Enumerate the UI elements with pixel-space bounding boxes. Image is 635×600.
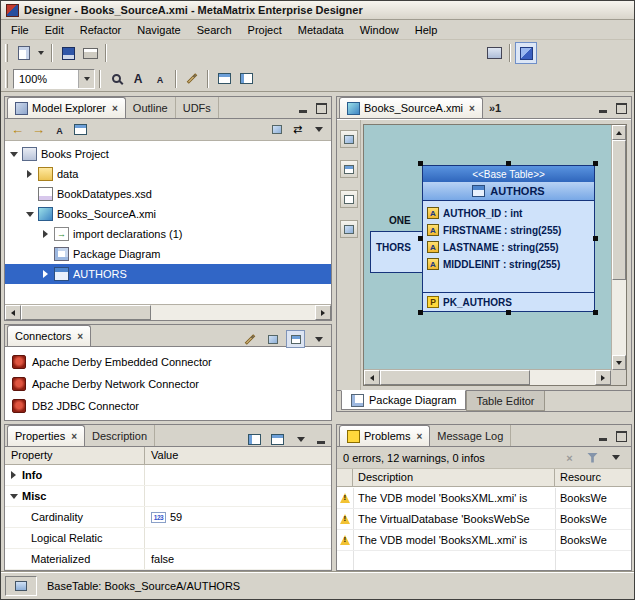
column-header-description[interactable]: Description [353,469,555,486]
new-wizard-dropdown[interactable] [35,42,47,64]
vertical-scrollbar[interactable] [611,125,626,370]
diagram-canvas[interactable]: ONE THORS <<Base Table>> [363,124,627,386]
problems-menu-button[interactable] [606,449,625,467]
scrollbar-thumb[interactable] [612,140,626,280]
selection-handle[interactable] [593,236,598,241]
property-row-materialized[interactable]: Materialized false [5,549,331,570]
diagram-canvas-area[interactable]: ONE THORS <<Base Table>> [364,125,611,370]
problem-row[interactable]: The VirtualDatabase 'BooksWebSe BooksWe [337,509,631,530]
filter-button[interactable] [583,449,602,467]
menu-item-help[interactable]: Help [407,21,446,39]
selection-handle[interactable] [418,310,423,315]
menu-item-metadata[interactable]: Metadata [290,21,352,39]
toolbar-drag-handle[interactable] [5,44,8,62]
edit-button[interactable] [181,68,203,90]
collapse-all-button[interactable] [71,121,90,139]
problem-row[interactable]: The VDB model 'BooksXML.xmi' is BooksWe [337,530,631,551]
scroll-up-button[interactable] [612,125,626,140]
tab-model-explorer[interactable]: Model Explorer [7,97,126,118]
zoom-tool-button[interactable] [105,68,127,90]
menu-item-search[interactable]: Search [189,21,240,39]
twistie-expanded-icon[interactable] [9,494,18,499]
selection-handle[interactable] [506,310,511,315]
primary-key-row[interactable]: PK_AUTHORS [423,293,594,311]
close-icon[interactable] [71,431,77,442]
menu-item-window[interactable]: Window [352,21,407,39]
tab-outline[interactable]: Outline [126,97,176,118]
tree-item-data[interactable]: data [5,164,331,184]
column-header-value[interactable]: Value [145,447,184,464]
twistie-expanded-icon[interactable] [25,212,34,217]
menu-item-navigate[interactable]: Navigate [129,21,188,39]
tree-item-authors[interactable]: AUTHORS [5,264,331,284]
property-row-info[interactable]: Info [5,465,331,486]
list-item-connector[interactable]: Apache Derby Network Connector [5,373,331,395]
view-menu-button[interactable] [309,121,328,139]
column-header-severity[interactable] [337,469,353,486]
show-all-connectors-button[interactable] [286,330,305,348]
preview-diagram-button[interactable] [340,130,358,148]
save-button[interactable] [57,42,79,64]
list-item-connector[interactable]: Apache Derby Embedded Connector [5,351,331,373]
selection-handle[interactable] [418,161,423,166]
menu-item-refactor[interactable]: Refactor [72,21,130,39]
scrollbar-thumb[interactable] [380,370,530,385]
scroll-down-button[interactable] [612,355,626,370]
delete-marker-button[interactable] [560,449,579,467]
sort-button[interactable] [50,121,69,139]
twistie-expanded-icon[interactable] [9,152,18,157]
designer-perspective-button[interactable] [515,42,537,64]
show-advanced-button[interactable] [268,430,287,448]
vertical-sash[interactable] [332,96,336,569]
tab-package-diagram[interactable]: Package Diagram [341,390,466,410]
entity-header[interactable]: AUTHORS [423,182,594,201]
property-row-logical-relational[interactable]: Logical Relatic [5,528,331,549]
selection-handle[interactable] [593,310,598,315]
print-button[interactable] [79,42,101,64]
attribute-row[interactable]: FIRSTNAME : string(255) [427,222,594,238]
save-diagram-button[interactable] [340,160,358,178]
forward-button[interactable]: → [29,121,48,139]
fast-view-button[interactable] [5,576,37,596]
column-header-property[interactable]: Property [5,447,145,464]
new-wizard-button[interactable] [13,42,35,64]
tab-properties[interactable]: Properties [7,425,85,446]
tab-table-editor[interactable]: Table Editor [466,391,544,411]
list-item-connector[interactable]: DB2 JDBC Connector [5,395,331,417]
font-decrease-button[interactable] [149,68,171,90]
back-button[interactable]: ← [8,121,27,139]
table-view-button[interactable] [213,68,235,90]
close-icon[interactable] [112,103,118,114]
tab-connectors[interactable]: Connectors [7,325,91,346]
scroll-right-button[interactable] [315,305,331,320]
tree-item-bookdatatypes[interactable]: BookDatatypes.xsd [5,184,331,204]
close-icon[interactable] [416,431,422,442]
connectors-menu-button[interactable] [309,330,328,348]
scrollbar-track[interactable] [612,280,626,355]
column-header-resource[interactable]: Resourc [555,469,631,486]
zoom-level-combo[interactable]: 100% [13,69,95,89]
tree-item-books-project[interactable]: Books Project [5,144,331,164]
twistie-collapsed-icon[interactable] [25,170,34,178]
new-connector-button[interactable] [240,330,259,348]
property-row-cardinality[interactable]: Cardinality 59 [5,507,331,528]
minimize-button[interactable] [296,102,310,114]
horizontal-scrollbar[interactable] [364,369,611,385]
tab-udfs[interactable]: UDFs [176,97,219,118]
page-setup-button[interactable] [340,190,358,208]
twistie-collapsed-icon[interactable] [9,471,18,479]
problem-row[interactable]: The VDB model 'BooksXML.xmi' is BooksWe [337,488,631,509]
attribute-row[interactable]: AUTHOR_ID : int [427,205,594,221]
menu-item-edit[interactable]: Edit [37,21,72,39]
maximize-button[interactable] [314,102,328,114]
maximize-button[interactable] [614,102,628,114]
link-editor-button[interactable] [267,121,286,139]
maximize-button[interactable] [614,430,628,442]
scrollbar-track[interactable] [151,305,315,320]
tab-message-log[interactable]: Message Log [430,425,511,446]
minimize-button[interactable] [596,102,610,114]
scroll-right-button[interactable] [595,370,611,385]
horizontal-scrollbar[interactable] [5,304,331,320]
scroll-left-button[interactable] [5,305,21,320]
scrollbar-thumb[interactable] [21,305,151,320]
